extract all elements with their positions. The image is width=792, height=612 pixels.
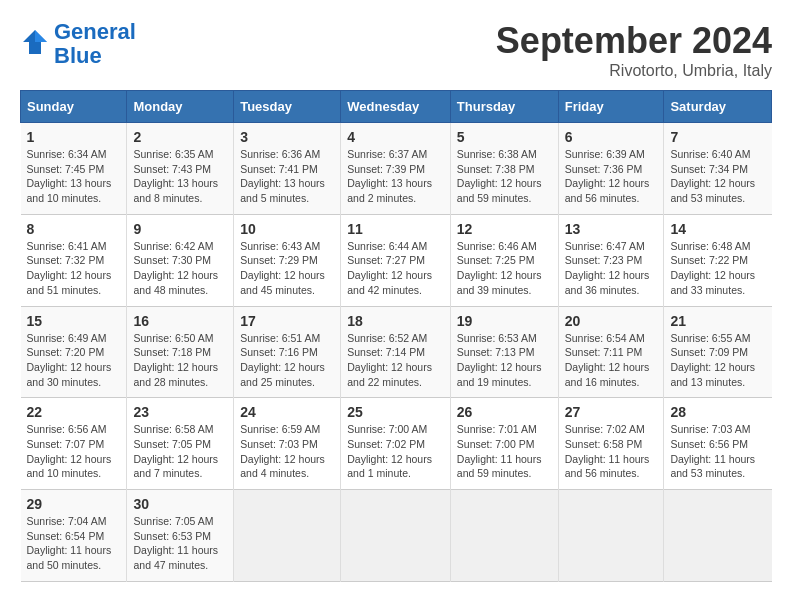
table-cell: 11Sunrise: 6:44 AMSunset: 7:27 PMDayligh… [341, 214, 451, 306]
col-monday: Monday [127, 91, 234, 123]
svg-marker-1 [35, 30, 47, 42]
day-info: Sunrise: 7:01 AMSunset: 7:00 PMDaylight:… [457, 422, 552, 481]
col-thursday: Thursday [450, 91, 558, 123]
calendar-week-row: 1Sunrise: 6:34 AMSunset: 7:45 PMDaylight… [21, 123, 772, 215]
table-cell: 13Sunrise: 6:47 AMSunset: 7:23 PMDayligh… [558, 214, 664, 306]
table-cell: 15Sunrise: 6:49 AMSunset: 7:20 PMDayligh… [21, 306, 127, 398]
table-cell [558, 490, 664, 582]
calendar-week-row: 29Sunrise: 7:04 AMSunset: 6:54 PMDayligh… [21, 490, 772, 582]
col-tuesday: Tuesday [234, 91, 341, 123]
col-friday: Friday [558, 91, 664, 123]
col-saturday: Saturday [664, 91, 772, 123]
day-number: 10 [240, 221, 334, 237]
day-number: 17 [240, 313, 334, 329]
day-number: 2 [133, 129, 227, 145]
logo-line1: General [54, 19, 136, 44]
table-cell: 27Sunrise: 7:02 AMSunset: 6:58 PMDayligh… [558, 398, 664, 490]
page-header: General Blue September 2024 Rivotorto, U… [20, 20, 772, 80]
calendar-week-row: 22Sunrise: 6:56 AMSunset: 7:07 PMDayligh… [21, 398, 772, 490]
day-info: Sunrise: 6:35 AMSunset: 7:43 PMDaylight:… [133, 147, 227, 206]
day-number: 13 [565, 221, 658, 237]
day-info: Sunrise: 6:58 AMSunset: 7:05 PMDaylight:… [133, 422, 227, 481]
table-cell: 26Sunrise: 7:01 AMSunset: 7:00 PMDayligh… [450, 398, 558, 490]
day-info: Sunrise: 6:47 AMSunset: 7:23 PMDaylight:… [565, 239, 658, 298]
day-number: 26 [457, 404, 552, 420]
day-number: 28 [670, 404, 765, 420]
day-number: 20 [565, 313, 658, 329]
day-number: 3 [240, 129, 334, 145]
day-info: Sunrise: 6:56 AMSunset: 7:07 PMDaylight:… [27, 422, 121, 481]
calendar-week-row: 8Sunrise: 6:41 AMSunset: 7:32 PMDaylight… [21, 214, 772, 306]
day-number: 19 [457, 313, 552, 329]
table-cell: 1Sunrise: 6:34 AMSunset: 7:45 PMDaylight… [21, 123, 127, 215]
day-number: 27 [565, 404, 658, 420]
table-cell [450, 490, 558, 582]
day-info: Sunrise: 7:04 AMSunset: 6:54 PMDaylight:… [27, 514, 121, 573]
day-info: Sunrise: 6:44 AMSunset: 7:27 PMDaylight:… [347, 239, 444, 298]
day-number: 23 [133, 404, 227, 420]
table-cell: 5Sunrise: 6:38 AMSunset: 7:38 PMDaylight… [450, 123, 558, 215]
day-info: Sunrise: 6:43 AMSunset: 7:29 PMDaylight:… [240, 239, 334, 298]
day-number: 24 [240, 404, 334, 420]
day-info: Sunrise: 6:49 AMSunset: 7:20 PMDaylight:… [27, 331, 121, 390]
day-info: Sunrise: 6:41 AMSunset: 7:32 PMDaylight:… [27, 239, 121, 298]
day-number: 18 [347, 313, 444, 329]
table-cell: 6Sunrise: 6:39 AMSunset: 7:36 PMDaylight… [558, 123, 664, 215]
day-info: Sunrise: 6:52 AMSunset: 7:14 PMDaylight:… [347, 331, 444, 390]
day-number: 29 [27, 496, 121, 512]
table-cell: 29Sunrise: 7:04 AMSunset: 6:54 PMDayligh… [21, 490, 127, 582]
location-subtitle: Rivotorto, Umbria, Italy [496, 62, 772, 80]
title-block: September 2024 Rivotorto, Umbria, Italy [496, 20, 772, 80]
day-number: 9 [133, 221, 227, 237]
logo-line2: Blue [54, 43, 102, 68]
table-cell: 9Sunrise: 6:42 AMSunset: 7:30 PMDaylight… [127, 214, 234, 306]
table-cell: 19Sunrise: 6:53 AMSunset: 7:13 PMDayligh… [450, 306, 558, 398]
table-cell: 4Sunrise: 6:37 AMSunset: 7:39 PMDaylight… [341, 123, 451, 215]
table-cell: 3Sunrise: 6:36 AMSunset: 7:41 PMDaylight… [234, 123, 341, 215]
table-cell: 30Sunrise: 7:05 AMSunset: 6:53 PMDayligh… [127, 490, 234, 582]
day-number: 14 [670, 221, 765, 237]
logo-icon [20, 27, 50, 57]
day-number: 5 [457, 129, 552, 145]
table-cell [664, 490, 772, 582]
table-cell: 21Sunrise: 6:55 AMSunset: 7:09 PMDayligh… [664, 306, 772, 398]
month-title: September 2024 [496, 20, 772, 62]
day-info: Sunrise: 6:34 AMSunset: 7:45 PMDaylight:… [27, 147, 121, 206]
table-cell: 2Sunrise: 6:35 AMSunset: 7:43 PMDaylight… [127, 123, 234, 215]
day-number: 16 [133, 313, 227, 329]
day-number: 4 [347, 129, 444, 145]
day-number: 8 [27, 221, 121, 237]
logo: General Blue [20, 20, 136, 68]
table-cell: 18Sunrise: 6:52 AMSunset: 7:14 PMDayligh… [341, 306, 451, 398]
day-info: Sunrise: 7:02 AMSunset: 6:58 PMDaylight:… [565, 422, 658, 481]
table-cell: 12Sunrise: 6:46 AMSunset: 7:25 PMDayligh… [450, 214, 558, 306]
day-info: Sunrise: 6:39 AMSunset: 7:36 PMDaylight:… [565, 147, 658, 206]
calendar-week-row: 15Sunrise: 6:49 AMSunset: 7:20 PMDayligh… [21, 306, 772, 398]
logo-text: General Blue [54, 20, 136, 68]
day-number: 15 [27, 313, 121, 329]
day-number: 25 [347, 404, 444, 420]
day-info: Sunrise: 7:00 AMSunset: 7:02 PMDaylight:… [347, 422, 444, 481]
day-info: Sunrise: 7:03 AMSunset: 6:56 PMDaylight:… [670, 422, 765, 481]
day-info: Sunrise: 6:42 AMSunset: 7:30 PMDaylight:… [133, 239, 227, 298]
table-cell [234, 490, 341, 582]
day-info: Sunrise: 6:54 AMSunset: 7:11 PMDaylight:… [565, 331, 658, 390]
table-cell: 24Sunrise: 6:59 AMSunset: 7:03 PMDayligh… [234, 398, 341, 490]
day-info: Sunrise: 7:05 AMSunset: 6:53 PMDaylight:… [133, 514, 227, 573]
calendar-table: Sunday Monday Tuesday Wednesday Thursday… [20, 90, 772, 582]
day-number: 1 [27, 129, 121, 145]
day-number: 30 [133, 496, 227, 512]
day-number: 22 [27, 404, 121, 420]
day-number: 12 [457, 221, 552, 237]
day-number: 6 [565, 129, 658, 145]
day-number: 7 [670, 129, 765, 145]
day-info: Sunrise: 6:38 AMSunset: 7:38 PMDaylight:… [457, 147, 552, 206]
table-cell: 17Sunrise: 6:51 AMSunset: 7:16 PMDayligh… [234, 306, 341, 398]
table-cell: 25Sunrise: 7:00 AMSunset: 7:02 PMDayligh… [341, 398, 451, 490]
table-cell: 20Sunrise: 6:54 AMSunset: 7:11 PMDayligh… [558, 306, 664, 398]
table-cell: 28Sunrise: 7:03 AMSunset: 6:56 PMDayligh… [664, 398, 772, 490]
day-info: Sunrise: 6:59 AMSunset: 7:03 PMDaylight:… [240, 422, 334, 481]
table-cell: 8Sunrise: 6:41 AMSunset: 7:32 PMDaylight… [21, 214, 127, 306]
calendar-header-row: Sunday Monday Tuesday Wednesday Thursday… [21, 91, 772, 123]
col-wednesday: Wednesday [341, 91, 451, 123]
